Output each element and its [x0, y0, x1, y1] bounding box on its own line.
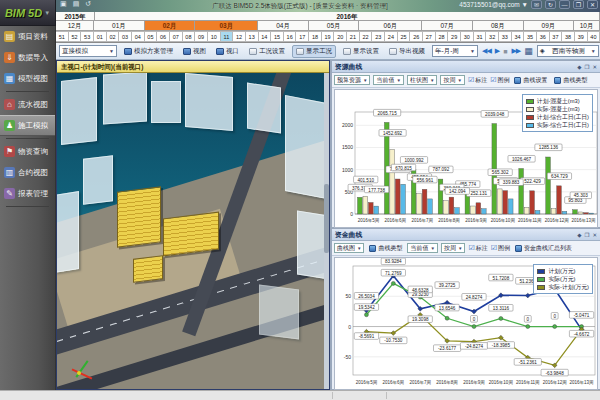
week-cell[interactable]: 26 [410, 31, 423, 42]
panel-checkbox[interactable]: ☑标注 [468, 76, 487, 85]
week-cell[interactable]: 29 [448, 31, 461, 42]
week-cell[interactable]: 38 [562, 31, 575, 42]
show-settings-button[interactable]: 显示设置 [340, 45, 382, 58]
pin-icon[interactable]: ◆ [577, 64, 581, 70]
work-condition-button[interactable]: 工况设置 [246, 45, 288, 58]
week-cell[interactable]: 21 [347, 31, 360, 42]
panel-button[interactable]: 曲线设置 [512, 75, 549, 86]
year-cell[interactable]: 2016年 [95, 12, 600, 21]
week-cell[interactable]: 03 [119, 31, 132, 42]
sidebar-item-8[interactable]: ✎报表管理 [0, 183, 55, 204]
sidebar-item-4[interactable]: ⌂流水视图 [0, 94, 55, 115]
sidebar-item-5[interactable]: ♟施工模拟 [0, 115, 55, 136]
float-icon[interactable]: ❐ [584, 64, 589, 70]
month-cell[interactable]: 06月 [359, 21, 422, 31]
panel-select[interactable]: 按周▼ [441, 243, 465, 253]
panel-select[interactable]: 曲线图▼ [334, 243, 364, 253]
grid-icon[interactable]: ▦ [524, 46, 533, 56]
week-cell[interactable]: 11 [221, 31, 234, 42]
week-cell[interactable]: 05 [145, 31, 158, 42]
sidebar-item-6[interactable]: ⚑物资查询 [0, 141, 55, 162]
week-cell[interactable]: 02 [107, 31, 120, 42]
month-cell[interactable]: 02月 [145, 21, 196, 31]
week-cell[interactable]: 18 [309, 31, 322, 42]
week-cell[interactable]: 34 [512, 31, 525, 42]
panel-checkbox[interactable]: ☑图例 [490, 76, 509, 85]
mail-icon[interactable]: ✉ [531, 0, 542, 9]
sidebar-item-1[interactable]: ▤项目资料 [0, 26, 55, 47]
week-cell[interactable]: 20 [334, 31, 347, 42]
sidebar-item-2[interactable]: ⇓数据导入 [0, 47, 55, 68]
3d-scene-canvas[interactable] [57, 73, 329, 389]
week-cell[interactable]: 08 [183, 31, 196, 42]
month-cell[interactable]: 07月 [422, 21, 473, 31]
week-cell[interactable]: 13 [246, 31, 259, 42]
week-cell[interactable]: 14 [259, 31, 272, 42]
panel-select[interactable]: 当前值▼ [407, 243, 437, 253]
week-cell[interactable]: 33 [499, 31, 512, 42]
view-button[interactable]: 视图 [180, 45, 209, 58]
camera-view-select[interactable]: ◈ 西南等轴测▼ [537, 45, 599, 57]
close-button[interactable]: ✕ [587, 0, 598, 9]
week-cell[interactable]: 17 [296, 31, 309, 42]
panel-checkbox[interactable]: ☑图例 [491, 244, 510, 253]
fast-forward-icon[interactable]: ▶▶ [511, 47, 520, 55]
play-icon[interactable]: ▶ [495, 47, 499, 55]
rewind-icon[interactable]: ◀◀ [482, 47, 491, 55]
panel-select[interactable]: 预算资源▼ [334, 75, 370, 85]
viewport-button[interactable]: 视口 [213, 45, 242, 58]
month-cell[interactable]: 10月 [574, 21, 600, 31]
close-icon[interactable]: ✕ [592, 64, 597, 70]
panel-button[interactable]: 曲线类型 [367, 243, 404, 254]
week-cell[interactable]: 51 [56, 31, 69, 42]
week-cell[interactable]: 15 [271, 31, 284, 42]
panel-checkbox[interactable]: ☑标注 [468, 244, 487, 253]
granularity-select[interactable]: 年-月-周▼ [432, 45, 478, 57]
viewport-tab[interactable]: 主视口-(计划时间)(当前视口) [57, 61, 329, 73]
panel-select[interactable]: 当前值▼ [373, 75, 403, 85]
week-cell[interactable]: 10 [208, 31, 221, 42]
month-cell[interactable]: 04月 [258, 21, 309, 31]
week-cell[interactable]: 04 [132, 31, 145, 42]
pin-icon[interactable]: ◆ [577, 232, 581, 238]
week-cell[interactable]: 06 [157, 31, 170, 42]
close-icon[interactable]: ✕ [592, 232, 597, 238]
month-cell[interactable]: 08月 [473, 21, 524, 31]
week-cell[interactable]: 09 [195, 31, 208, 42]
week-cell[interactable]: 24 [385, 31, 398, 42]
week-cell[interactable]: 23 [372, 31, 385, 42]
week-cell[interactable]: 32 [486, 31, 499, 42]
app-logo[interactable]: BIM 5D ▼ [0, 0, 56, 26]
week-cell[interactable]: 35 [524, 31, 537, 42]
week-cell[interactable]: 52 [69, 31, 82, 42]
week-cell[interactable]: 22 [360, 31, 373, 42]
month-cell[interactable]: 05月 [309, 21, 360, 31]
panel-button[interactable]: 资金曲线汇总列表 [513, 243, 574, 254]
month-cell[interactable]: 03月 [195, 21, 258, 31]
week-cell[interactable]: 53 [81, 31, 94, 42]
week-cell[interactable]: 01 [94, 31, 107, 42]
month-cell[interactable]: 12月 [56, 21, 94, 31]
scheme-manage-button[interactable]: 模拟方案管理 [121, 45, 176, 58]
week-cell[interactable]: 36 [537, 31, 550, 42]
week-cell[interactable]: 40 [588, 31, 600, 42]
sidebar-item-7[interactable]: ▥合约视图 [0, 162, 55, 183]
sidebar-item-3[interactable]: ▦模型视图 [0, 68, 55, 89]
export-video-button[interactable]: 导出视频 [386, 45, 428, 58]
account-dropdown[interactable]: 453715501@qq.com ▼ [459, 1, 528, 8]
refresh-icon[interactable]: ↻ [545, 0, 556, 9]
week-cell[interactable]: 12 [233, 31, 246, 42]
week-cell[interactable]: 37 [550, 31, 563, 42]
week-cell[interactable]: 16 [284, 31, 297, 42]
week-cell[interactable]: 25 [398, 31, 411, 42]
month-cell[interactable]: 09月 [524, 21, 575, 31]
panel-select[interactable]: 按周▼ [440, 75, 464, 85]
minimize-button[interactable]: — [559, 0, 570, 9]
maximize-button[interactable]: ❐ [573, 0, 584, 9]
float-icon[interactable]: ❐ [584, 232, 589, 238]
year-cell[interactable]: 2015年 [56, 12, 95, 21]
month-cell[interactable]: 01月 [94, 21, 145, 31]
scrollbar-thumb[interactable] [324, 184, 329, 254]
stop-icon[interactable]: ■ [503, 48, 507, 55]
week-cell[interactable]: 27 [423, 31, 436, 42]
